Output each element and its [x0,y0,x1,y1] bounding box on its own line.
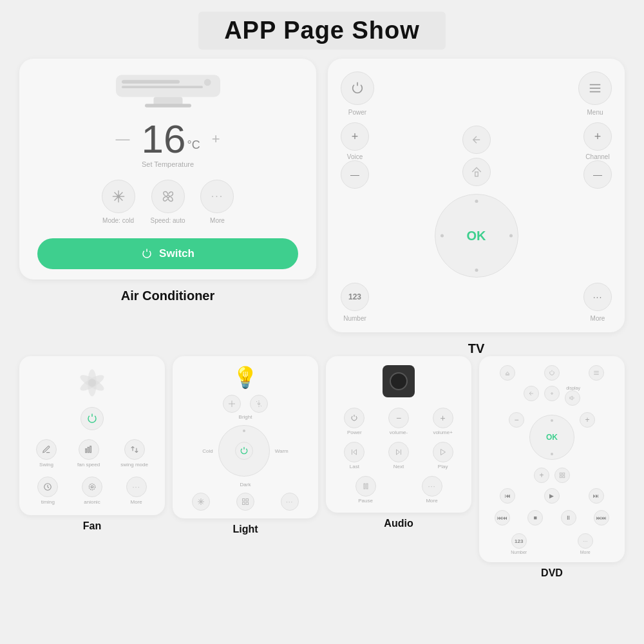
dvd-plus2-btn[interactable]: + [534,468,549,483]
tv-voice-plus-btn[interactable]: + [341,122,369,151]
light-dial-center[interactable] [235,442,253,460]
tv-nav-circle[interactable]: OK [435,194,518,278]
svg-rect-5 [145,104,191,107]
dvd-stepback-btn[interactable]: ⏮⏮ [495,510,510,526]
dvd-settings-btn[interactable] [544,386,560,401]
clock-icon [43,482,52,491]
ac-mode-btn[interactable]: Mode: cold [102,180,135,224]
fan-timing-btn[interactable] [37,477,58,497]
dvd-ok-label[interactable]: OK [546,433,558,442]
ac-more-btn[interactable]: ··· More [200,180,234,224]
fan-anionic-btn[interactable] [82,477,102,497]
light-card: 💡 Bright Cold [173,356,318,518]
dvd-display-label: display [566,386,580,390]
tv-channel-minus-btn[interactable]: — [583,160,612,189]
fan-timing-ctrl: timing [37,477,58,505]
fan-power-btn[interactable] [80,407,104,430]
dvd-rew-btn[interactable]: ⏮ [500,488,515,504]
play-icon [439,448,447,456]
tv-number-btn[interactable]: 123 [341,283,369,311]
ac-plus-label: + [212,131,220,147]
audio-pause-label: Pause [358,498,373,504]
ac-speed-btn[interactable]: Speed: auto [151,180,185,224]
audio-power-btn[interactable] [344,408,365,428]
audio-pause-btn[interactable] [355,476,376,497]
dvd-power-btn[interactable] [544,365,560,381]
light-warm-label: Warm [275,448,289,454]
tv-menu-btn[interactable] [578,71,612,105]
fan-swingmode-btn[interactable] [124,439,145,460]
tv-power-btn[interactable] [341,71,374,105]
dvd-plus-btn[interactable]: + [580,412,595,428]
svg-point-19 [88,379,96,386]
dvd-menu-circle[interactable] [589,365,604,381]
dvd-stepfwd-btn[interactable]: ⏭⏭ [594,510,609,526]
dvd-grid-btn[interactable] [554,468,570,483]
prev-icon [350,448,358,456]
light-bottom-btn2[interactable] [236,493,254,511]
tv-channel-col: + Channel — [583,122,612,189]
light-bottom-btn1[interactable] [192,493,210,511]
dvd-number-btn[interactable]: 123 [511,533,527,549]
dvd-dot-bottom [551,453,553,455]
ac-temperature: 16 [141,117,185,161]
dvd-back-btn[interactable] [524,386,539,401]
tv-number-group: 123 Number [341,283,369,322]
tv-home-btn[interactable] [462,158,491,186]
dvd-more-btn[interactable]: ··· [578,533,593,549]
tv-ok-label[interactable]: OK [467,229,486,243]
tv-channel-plus-btn[interactable]: + [583,122,612,151]
light-btn2[interactable] [250,395,268,413]
svg-rect-33 [242,499,245,502]
dvd-menu-btn[interactable] [589,365,604,381]
menu-icon [588,81,602,95]
fan-swing-btn[interactable] [36,439,57,460]
settings-icon [549,390,555,397]
dvd-stop-btn[interactable]: ■ [527,510,543,526]
snowflake-icon [228,400,236,408]
dvd-pause-btn[interactable]: ⏸ [561,510,576,526]
fan-speed-btn[interactable] [79,439,99,460]
fan-timing-label: timing [41,499,55,505]
dvd-nav-dial[interactable]: OK [529,415,574,460]
fan-swing-ctrl: Swing [36,439,57,468]
light-cold-label: Cold [202,448,213,454]
menu-icon [593,370,600,376]
audio-volminus-btn[interactable]: − [388,408,409,428]
dvd-ff-btn[interactable]: ⏭ [589,488,604,504]
dvd-power-circle[interactable] [544,365,560,381]
audio-next-btn[interactable] [388,442,409,462]
tv-power-group: Power [341,71,374,116]
dvd-vol-btn[interactable] [565,390,580,406]
ac-unit-svg [110,71,226,110]
dvd-play-btn[interactable]: ▶ [544,488,560,504]
audio-last-btn[interactable] [344,442,365,462]
ac-speed-circle[interactable] [151,180,185,213]
ac-mode-circle[interactable] [102,180,135,213]
ac-temp-unit: °C [187,138,200,151]
audio-volplus-btn[interactable]: + [433,408,453,428]
light-dial[interactable] [218,425,270,477]
dvd-eject-circle[interactable] [500,365,515,381]
page-title: APP Page Show [224,17,420,44]
light-btn1[interactable] [223,395,241,413]
audio-play-label: Play [438,464,448,469]
light-more-btn[interactable]: ··· [281,493,299,511]
ac-switch-button[interactable]: Switch [37,238,298,269]
dvd-eject-btn[interactable] [500,365,515,381]
audio-more-btn[interactable]: ··· [422,476,442,497]
ac-card: — 16°C + Set Temperature [19,59,316,279]
fan-more-btn[interactable]: ··· [126,477,147,497]
dvd-dot-top [551,419,553,422]
tv-back-btn[interactable] [462,126,491,154]
arrows-icon [130,445,139,454]
power-icon [549,370,555,376]
tv-more-btn[interactable]: ··· [583,283,612,311]
page-title-section: APP Page Show [0,0,644,59]
ac-more-circle[interactable]: ··· [200,180,234,213]
tv-section: Power Menu + Voice [328,59,625,356]
audio-play-btn[interactable] [433,442,453,462]
tv-voice-minus-btn[interactable]: — [341,160,369,189]
svg-point-11 [167,195,169,198]
dvd-minus-btn[interactable]: − [509,412,524,428]
